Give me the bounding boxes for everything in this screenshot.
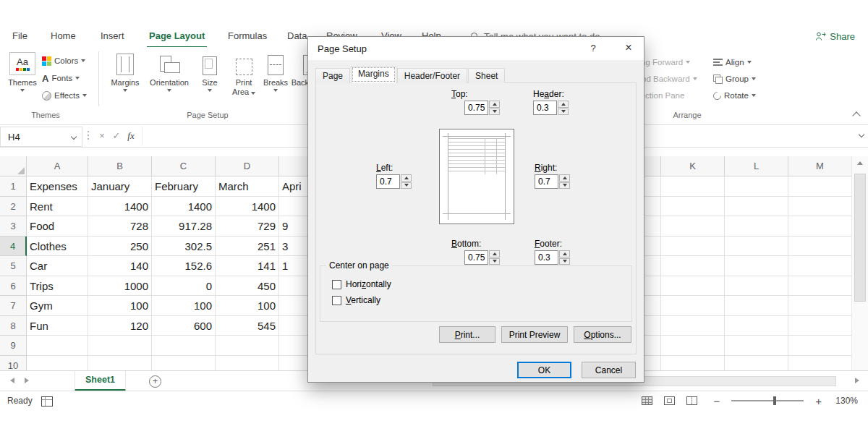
cell-M5[interactable] <box>788 256 852 276</box>
fonts-button[interactable]: A Fonts <box>42 71 80 85</box>
cell-D7[interactable]: 100 <box>216 296 279 316</box>
cell-M8[interactable] <box>788 316 852 336</box>
cell-L10[interactable] <box>725 356 788 371</box>
cell-D2[interactable]: 1400 <box>216 197 279 217</box>
cell-C5[interactable]: 152.6 <box>152 256 216 276</box>
column-header-K[interactable]: K <box>661 156 725 176</box>
name-box-dropdown-icon[interactable] <box>71 134 77 140</box>
cell-K5[interactable] <box>661 256 725 276</box>
cell-C1[interactable]: February <box>152 176 216 197</box>
cell-L4[interactable] <box>725 237 788 257</box>
cell-A3[interactable]: Food <box>27 216 88 237</box>
spin-down-icon[interactable] <box>401 182 412 190</box>
name-box-resize-handle[interactable] <box>88 131 89 132</box>
row-header-8[interactable]: 8 <box>0 316 27 336</box>
column-header-L[interactable]: L <box>725 156 788 176</box>
spin-down-icon[interactable] <box>558 109 569 116</box>
cell-L8[interactable] <box>725 316 788 336</box>
spin-down-icon[interactable] <box>559 258 570 265</box>
dialog-titlebar[interactable]: Page Setup ? × <box>308 37 644 60</box>
sheet-tab-sheet1[interactable]: Sheet1 <box>75 371 126 391</box>
cell-L7[interactable] <box>725 296 788 316</box>
cell-D8[interactable]: 545 <box>216 316 279 336</box>
share-button[interactable]: Share <box>815 26 855 46</box>
effects-button[interactable]: Effects <box>42 88 87 103</box>
cell-L6[interactable] <box>725 276 788 297</box>
cell-L9[interactable] <box>725 336 788 356</box>
dialog-tab-page[interactable]: Page <box>315 68 350 83</box>
cell-M9[interactable] <box>788 336 852 356</box>
cell-M6[interactable] <box>788 276 852 297</box>
margin-preview[interactable] <box>439 129 514 224</box>
cell-K3[interactable] <box>661 216 725 237</box>
themes-button[interactable]: Aa Themes <box>6 51 39 109</box>
center-vertically-checkbox[interactable]: Vertically <box>332 295 380 305</box>
header-margin-spinner[interactable]: 0.3 <box>533 101 569 115</box>
row-header-7[interactable]: 7 <box>0 296 27 316</box>
collapse-ribbon-icon[interactable] <box>852 111 860 119</box>
cell-C3[interactable]: 917.28 <box>152 216 216 237</box>
cell-L3[interactable] <box>725 216 788 237</box>
new-sheet-button[interactable]: + <box>149 375 161 388</box>
cell-M4[interactable] <box>788 237 852 257</box>
cell-L2[interactable] <box>725 197 788 217</box>
cell-C8[interactable]: 600 <box>152 316 216 336</box>
cell-D9[interactable] <box>216 336 279 356</box>
cancel-entry-icon[interactable]: × <box>95 127 109 145</box>
spin-down-icon[interactable] <box>559 182 570 190</box>
right-margin-value[interactable]: 0.7 <box>535 174 558 189</box>
tab-data[interactable]: Data <box>285 26 309 46</box>
row-header-10[interactable]: 10 <box>0 356 27 371</box>
cancel-button[interactable]: Cancel <box>582 362 636 378</box>
cell-A6[interactable]: Trips <box>27 276 88 297</box>
footer-margin-value[interactable]: 0.3 <box>535 250 558 265</box>
row-header-1[interactable]: 1 <box>0 176 27 197</box>
cell-M10[interactable] <box>788 356 852 371</box>
cell-A4[interactable]: Clothes <box>27 237 88 257</box>
spin-up-icon[interactable] <box>489 250 500 258</box>
cell-M1[interactable] <box>788 176 852 197</box>
column-header-B[interactable]: B <box>88 156 152 176</box>
checkbox-icon[interactable] <box>332 280 341 289</box>
cell-M7[interactable] <box>788 296 852 316</box>
cell-D6[interactable]: 450 <box>216 276 279 297</box>
cell-L5[interactable] <box>725 256 788 276</box>
cell-B3[interactable]: 728 <box>88 216 152 237</box>
column-header-A[interactable]: A <box>27 156 88 176</box>
cell-B2[interactable]: 1400 <box>88 197 152 217</box>
dialog-help-button[interactable]: ? <box>587 43 599 54</box>
column-header-C[interactable]: C <box>152 156 216 176</box>
left-margin-spinner[interactable]: 0.7 <box>376 174 412 189</box>
cell-D5[interactable]: 141 <box>216 256 279 276</box>
row-header-2[interactable]: 2 <box>0 197 27 217</box>
bottom-margin-spinner[interactable]: 0.75 <box>464 250 500 265</box>
top-margin-value[interactable]: 0.75 <box>464 101 488 115</box>
cell-C9[interactable] <box>152 336 216 356</box>
cell-A5[interactable]: Car <box>27 256 88 276</box>
hscroll-right-icon[interactable] <box>855 378 859 383</box>
sheet-nav-left-icon[interactable] <box>10 378 14 383</box>
cell-L1[interactable] <box>725 176 788 197</box>
align-button[interactable]: Align <box>713 55 752 69</box>
zoom-slider[interactable] <box>731 400 804 401</box>
cell-K10[interactable] <box>661 356 725 371</box>
cell-C2[interactable]: 1400 <box>152 197 216 217</box>
insert-function-icon[interactable]: fx <box>124 127 137 145</box>
vertical-scroll-thumb[interactable] <box>854 174 866 302</box>
cell-M2[interactable] <box>788 197 852 217</box>
cell-D3[interactable]: 729 <box>216 216 279 237</box>
macro-record-icon[interactable] <box>41 396 53 407</box>
view-page-break-icon[interactable] <box>686 396 697 405</box>
row-header-9[interactable]: 9 <box>0 336 27 356</box>
bottom-margin-value[interactable]: 0.75 <box>464 250 488 265</box>
scroll-up-icon[interactable] <box>857 161 863 165</box>
cell-C6[interactable]: 0 <box>152 276 216 297</box>
view-normal-icon[interactable] <box>642 396 652 405</box>
cell-C4[interactable]: 302.5 <box>152 237 216 257</box>
cell-C10[interactable] <box>152 356 216 371</box>
spin-up-icon[interactable] <box>489 101 500 108</box>
print-preview-button[interactable]: Print Preview <box>501 326 568 343</box>
tab-page-layout[interactable]: Page Layout <box>147 26 207 48</box>
zoom-slider-thumb[interactable] <box>773 396 776 405</box>
zoom-level[interactable]: 130% <box>833 396 858 406</box>
